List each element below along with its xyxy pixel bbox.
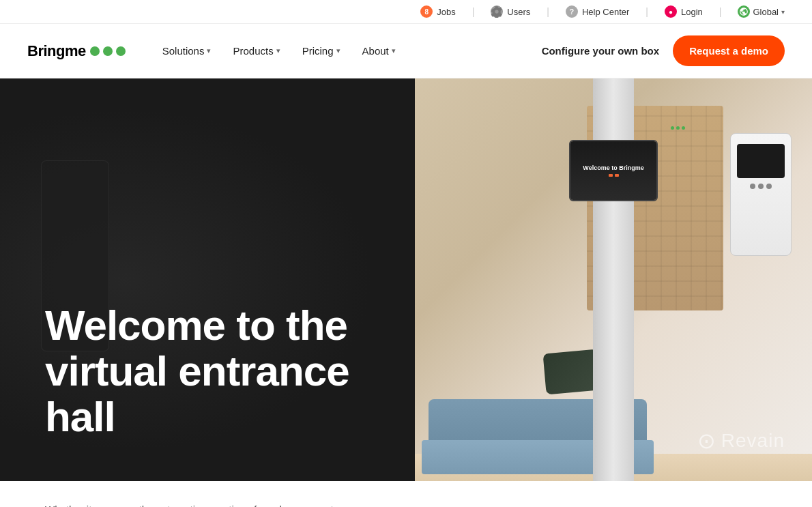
- kiosk-pole: [593, 78, 634, 481]
- about-label: About: [362, 45, 389, 57]
- wall-panel-dots: [750, 184, 772, 189]
- nav-pricing[interactable]: Pricing ▾: [293, 40, 350, 62]
- global-link[interactable]: Global ▾: [738, 5, 785, 18]
- screen-indicator: [671, 126, 685, 130]
- revain-watermark: ⊙ Revain: [697, 428, 785, 454]
- revain-text: Revain: [721, 430, 785, 452]
- users-link[interactable]: Users: [491, 5, 530, 18]
- nav-solutions[interactable]: Solutions ▾: [153, 40, 221, 62]
- hero-section: Welcome to the virtual entrance hall Wel…: [0, 78, 812, 481]
- wall-panel-device: [730, 133, 792, 256]
- help-link[interactable]: ? Help Center: [566, 5, 629, 18]
- indicator-dot-1: [671, 126, 674, 130]
- global-label: Global: [753, 7, 779, 17]
- nav-right: Configure your own box Request a demo: [542, 35, 785, 66]
- configure-link[interactable]: Configure your own box: [542, 45, 660, 57]
- logo-text: Bringme: [27, 42, 86, 60]
- indicator-dot-2: [676, 126, 680, 130]
- divider-2: |: [547, 6, 549, 17]
- request-demo-button[interactable]: Request a demo: [673, 35, 785, 66]
- wall-panel-dot-1: [750, 184, 755, 189]
- main-nav: Bringme Solutions ▾ Products ▾ Pricing ▾…: [0, 24, 812, 78]
- logo-dots: [90, 46, 126, 56]
- products-label: Products: [233, 45, 273, 57]
- hero-right-panel: Welcome to Bringme: [415, 78, 812, 481]
- logo[interactable]: Bringme: [27, 42, 126, 60]
- logo-dot-2: [103, 46, 113, 56]
- hero-title: Welcome to the virtual entrance hall: [45, 303, 375, 440]
- wall-panel-dot-2: [758, 184, 764, 189]
- pricing-label: Pricing: [302, 45, 334, 57]
- kiosk-dot-2: [615, 174, 619, 177]
- jobs-badge: 8: [420, 5, 433, 18]
- users-label: Users: [507, 7, 530, 17]
- divider-1: |: [472, 6, 475, 17]
- help-label: Help Center: [582, 7, 629, 17]
- products-chevron-icon: ▾: [276, 46, 280, 55]
- top-bar: 8 Jobs | Users | ? Help Center | ● Login…: [0, 0, 812, 24]
- nav-products[interactable]: Products ▾: [223, 40, 289, 62]
- pricing-chevron-icon: ▾: [336, 46, 340, 55]
- hero-left-panel: Welcome to the virtual entrance hall: [0, 78, 416, 481]
- users-icon: [491, 5, 503, 18]
- jobs-label: Jobs: [437, 7, 455, 17]
- nav-links: Solutions ▾ Products ▾ Pricing ▾ About ▾: [153, 40, 542, 62]
- indicator-dot-3: [682, 126, 685, 130]
- kiosk-screen: Welcome to Bringme: [569, 140, 658, 201]
- wall-panel-screen: [737, 144, 785, 178]
- login-link[interactable]: ● Login: [665, 5, 703, 18]
- solutions-label: Solutions: [162, 45, 205, 57]
- kiosk-screen-logo: Welcome to Bringme: [583, 164, 643, 171]
- body-paragraph: Whether it concerns the automatic recept…: [45, 502, 386, 507]
- login-icon: ●: [665, 5, 677, 18]
- chevron-down-icon: ▾: [781, 8, 785, 16]
- jobs-link[interactable]: 8 Jobs: [420, 5, 455, 18]
- kiosk-dot-1: [609, 174, 613, 177]
- hero-headline: Welcome to the virtual entrance hall: [45, 303, 375, 440]
- divider-3: |: [646, 6, 648, 17]
- login-label: Login: [681, 7, 703, 17]
- nav-about[interactable]: About ▾: [353, 40, 405, 62]
- revain-logo-icon: ⊙: [697, 428, 716, 454]
- wall-panel-dot-3: [766, 184, 772, 189]
- about-chevron-icon: ▾: [392, 46, 396, 55]
- divider-4: |: [719, 6, 722, 17]
- logo-dot-1: [90, 46, 100, 56]
- solutions-chevron-icon: ▾: [207, 46, 211, 55]
- globe-icon: [738, 5, 750, 18]
- bottom-section: Whether it concerns the automatic recept…: [0, 481, 812, 507]
- kiosk-screen-dots: [609, 174, 619, 177]
- kiosk-device: Welcome to Bringme: [545, 78, 682, 481]
- logo-dot-3: [116, 46, 126, 56]
- help-icon: ?: [566, 5, 578, 18]
- kiosk-screen-content: Welcome to Bringme: [570, 141, 656, 200]
